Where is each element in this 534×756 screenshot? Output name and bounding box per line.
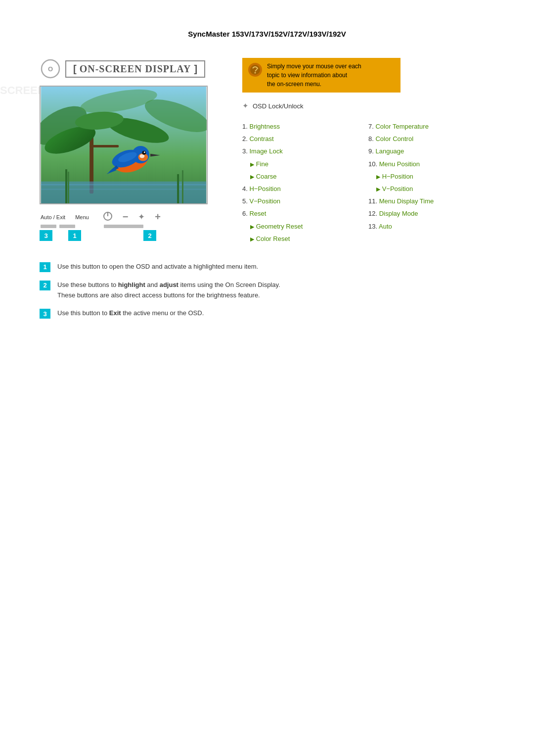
instr-badge-2: 2 <box>40 281 50 290</box>
menu-item-6: 6. Reset <box>242 209 368 218</box>
btn-seg-3 <box>104 225 143 228</box>
svg-text:O: O <box>48 65 53 73</box>
plus-icon: + <box>155 211 161 223</box>
menu-item-fine: ▶ Fine <box>250 160 368 169</box>
svg-rect-8 <box>89 145 119 147</box>
menu-item-vpos: ▶ V−Position <box>376 185 494 193</box>
menu-item-7: 7. Color Temperature <box>368 122 494 131</box>
menu-item-2: 2. Contrast <box>242 135 368 143</box>
menu-item-coarse: ▶ Coarse <box>250 172 368 181</box>
menu-item-hpos: ▶ H−Position <box>376 172 494 181</box>
btn-seg-1 <box>41 225 56 228</box>
svg-point-33 <box>255 72 256 74</box>
instruction-3: 3 Use this button to Exit the active men… <box>40 308 494 319</box>
badge-row: 3 1 2 <box>40 230 222 241</box>
svg-rect-29 <box>182 170 183 203</box>
instr-text-3: Use this button to Exit the active menu … <box>57 308 204 319</box>
menu-col-right: 7. Color Temperature 8. Color Control 9.… <box>368 122 494 247</box>
badge-3: 3 <box>40 230 52 241</box>
instructions-section: 1 Use this button to open the OSD and ac… <box>40 262 494 319</box>
menu-item-geo-reset: ▶ Geometry Reset <box>250 222 368 231</box>
btn-seg-2 <box>59 225 75 228</box>
osd-lock-label: OSD Lock/Unlock <box>253 102 304 110</box>
menu-item-11: 11. Menu Display Time <box>368 197 494 206</box>
info-icon <box>248 63 262 77</box>
instr-badge-3: 3 <box>40 309 50 319</box>
menu-item-1: 1. Brightness <box>242 122 368 131</box>
instr-text-2: Use these buttons to highlight and adjus… <box>57 280 295 301</box>
page-title: SyncMaster 153V/173V/152V/172V/193V/192V <box>188 30 346 38</box>
menu-item-8: 8. Color Control <box>368 135 494 143</box>
menu-item-3: 3. Image Lock <box>242 147 368 156</box>
svg-point-16 <box>139 154 144 158</box>
instr-badge-1: 1 <box>40 262 50 272</box>
menu-item-10: 10. Menu Position <box>368 160 494 169</box>
menu-col-left: 1. Brightness 2. Contrast 3. Image Lock … <box>242 122 368 247</box>
instr-text-1: Use this button to open the OSD and acti… <box>57 262 258 272</box>
gear-icon-sm: ✦ <box>242 101 249 110</box>
svg-text:SCREEN DISPL AY: SCREEN DISPL AY <box>0 84 40 96</box>
menu-item-9: 9. Language <box>368 147 494 156</box>
instruction-2: 2 Use these buttons to highlight and adj… <box>40 280 494 301</box>
monitor-controls: Auto / Exit Menu − ✦ + <box>40 209 222 241</box>
badge-2: 2 <box>143 230 156 241</box>
svg-rect-27 <box>68 172 69 203</box>
info-box-text: Simply move your mouse over each topic t… <box>267 62 361 89</box>
menu-label: Menu <box>75 214 89 220</box>
menu-item-4: 4. H−Position <box>242 185 368 193</box>
menu-item-5: 5. V−Position <box>242 197 368 206</box>
menu-item-color-reset: ▶ Color Reset <box>250 235 368 243</box>
right-panel: Simply move your mouse over each topic t… <box>242 58 494 247</box>
menu-item-12: 12. Display Mode <box>368 209 494 218</box>
svg-rect-28 <box>177 174 179 203</box>
power-icon <box>103 211 113 223</box>
left-panel: O [ On-Screen Display ] SCREEN DISPL AY <box>40 58 222 241</box>
osd-title-box: [ On-Screen Display ] <box>65 60 205 78</box>
instruction-1: 1 Use this button to open the OSD and ac… <box>40 262 494 272</box>
info-box: Simply move your mouse over each topic t… <box>242 58 400 93</box>
badge-1: 1 <box>68 230 81 241</box>
menu-columns: 1. Brightness 2. Contrast 3. Image Lock … <box>242 122 494 247</box>
osd-title-text: On-Screen Display <box>80 63 191 75</box>
osd-header: O [ On-Screen Display ] SCREEN DISPL AY <box>40 58 222 80</box>
svg-rect-26 <box>65 169 67 203</box>
svg-point-18 <box>144 151 145 153</box>
menu-item-13: 13. Auto <box>368 222 494 231</box>
minus-icon: − <box>123 211 129 223</box>
osd-lock-row: ✦ OSD Lock/Unlock <box>242 101 494 110</box>
gear-icon: ✦ <box>138 212 145 222</box>
monitor-display <box>40 86 208 204</box>
auto-exit-label: Auto / Exit <box>41 214 65 220</box>
